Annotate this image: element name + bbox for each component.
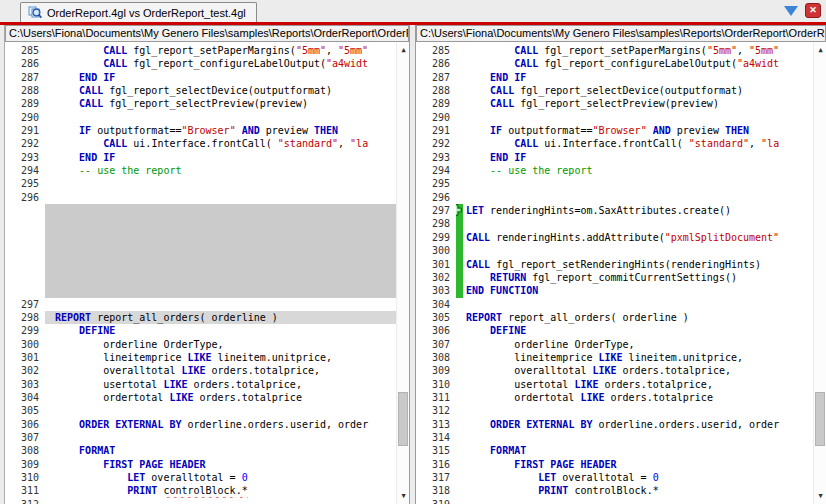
vertical-scrollbar-right[interactable]: ▲ ▼ [813,42,826,504]
code-line[interactable]: 300 [416,244,813,257]
code-text[interactable] [45,284,396,297]
code-line[interactable]: 301CALL fgl_report_setRenderingHints(ren… [416,258,813,271]
code-text[interactable] [456,177,813,190]
code-line[interactable]: 293 END IF [416,151,813,164]
code-line[interactable]: 304 [416,298,813,311]
code-line[interactable]: 289 CALL fgl_report_selectPreview(previe… [416,97,813,110]
code-line[interactable]: 303END FUNCTION [416,284,813,297]
code-text[interactable] [456,191,813,204]
code-text[interactable]: DEFINE [45,324,396,337]
code-text[interactable]: FORMAT [456,444,813,457]
code-line[interactable]: 296 [416,191,813,204]
code-line[interactable]: 307 [5,431,396,444]
code-text[interactable]: CALL fgl_report_selectPreview(preview) [45,97,396,110]
scroll-thumb[interactable] [398,392,408,446]
scroll-down-button[interactable]: ▼ [397,490,409,502]
code-line[interactable]: 301 lineitemprice LIKE lineitem.unitpric… [5,351,396,364]
code-text[interactable]: ordertotal LIKE orders.totalprice [456,391,813,404]
code-line[interactable]: 292 CALL ui.Interface.frontCall( "standa… [416,137,813,150]
code-text[interactable]: CALL fgl_report_selectDevice(outputforma… [45,84,396,97]
code-text[interactable]: END IF [456,151,813,164]
code-line[interactable]: 295 [5,177,396,190]
removed-placeholder-row[interactable] [5,204,396,217]
code-text[interactable]: CALL renderingHints.addAttribute("pxmlSp… [456,231,813,244]
code-text[interactable]: CALL fgl_report_configureLabelOutput("a4… [456,57,813,70]
code-text[interactable]: END IF [45,151,396,164]
code-text[interactable]: END FUNCTION [456,284,813,297]
code-text[interactable]: END IF [456,71,813,84]
code-line[interactable]: 306 ORDER EXTERNAL BY orderline.orders.u… [5,418,396,431]
code-line[interactable]: 309 FIRST PAGE HEADER [5,458,396,471]
code-line[interactable]: 314 [416,431,813,444]
code-line[interactable]: 295 [416,177,813,190]
code-text[interactable]: orderline OrderType, [45,338,396,351]
code-text[interactable]: CALL ui.Interface.frontCall( "standard",… [456,137,813,150]
code-text[interactable] [45,498,396,504]
code-text[interactable] [456,431,813,444]
code-line[interactable]: 285 CALL fgl_report_setPaperMargins("5mm… [416,44,813,57]
code-text[interactable] [45,111,396,124]
code-line[interactable]: 304 ordertotal LIKE orders.totalprice [5,391,396,404]
code-pane-left[interactable]: 285 CALL fgl_report_setPaperMargins("5mm… [5,42,409,504]
code-text[interactable] [45,258,396,271]
code-line[interactable]: 311 ordertotal LIKE orders.totalprice [416,391,813,404]
code-line[interactable]: 318 PRINT controlBlock.* [416,484,813,497]
code-text[interactable]: ORDER EXTERNAL BY orderline.orders.useri… [456,418,813,431]
code-text[interactable]: CALL fgl_report_setPaperMargins("5mm", "… [45,44,396,57]
code-text[interactable]: LET overalltotal = 0 [456,471,813,484]
code-text[interactable]: CALL fgl_report_setPaperMargins("5mm", "… [456,44,813,57]
code-text[interactable]: LET overalltotal = 0 [45,471,396,484]
code-text[interactable]: IF outputformat=="Browser" AND preview T… [456,124,813,137]
code-text[interactable]: IF outputformat=="Browser" AND preview T… [45,124,396,137]
pane-divider[interactable] [409,25,416,504]
code-line[interactable]: 285 CALL fgl_report_setPaperMargins("5mm… [5,44,396,57]
code-text[interactable]: REPORT report_all_orders( orderline ) [45,311,396,324]
code-line[interactable]: 292 CALL ui.Interface.frontCall( "standa… [5,137,396,150]
code-text[interactable]: END IF [45,71,396,84]
code-line[interactable]: 287 END IF [416,71,813,84]
code-text[interactable]: PRINT controlBlock.* [456,484,813,497]
code-line[interactable]: 300 orderline OrderType, [5,338,396,351]
code-text[interactable]: CALL fgl_report_selectPreview(preview) [456,97,813,110]
code-text[interactable] [45,177,396,190]
code-text[interactable]: usertotal LIKE orders.totalprice, [45,378,396,391]
code-line[interactable]: 308 lineitemprice LIKE lineitem.unitpric… [416,351,813,364]
code-line[interactable]: 288 CALL fgl_report_selectDevice(outputf… [5,84,396,97]
code-line[interactable]: 297LET renderingHints=om.SaxAttributes.c… [416,204,813,217]
code-line[interactable]: 298 [416,217,813,230]
code-text[interactable]: CALL fgl_report_selectDevice(outputforma… [456,84,813,97]
code-text[interactable] [456,298,813,311]
scroll-down-button[interactable]: ▼ [814,490,826,502]
code-line[interactable]: 312 [416,404,813,417]
code-line[interactable]: 310 LET overalltotal = 0 [5,471,396,484]
diff-tab[interactable]: OrderReport.4gl vs OrderReport_test.4gl [20,2,257,22]
code-text[interactable]: DEFINE [456,324,813,337]
code-text[interactable]: FORMAT [45,444,396,457]
code-text[interactable] [45,204,396,217]
code-text[interactable] [45,244,396,257]
code-line[interactable]: 299 DEFINE [5,324,396,337]
removed-placeholder-row[interactable] [5,231,396,244]
code-line[interactable]: 289 CALL fgl_report_selectPreview(previe… [5,97,396,110]
code-text[interactable] [45,191,396,204]
code-line[interactable]: 294 -- use the report [5,164,396,177]
code-text[interactable]: orderline OrderType, [456,338,813,351]
code-text[interactable] [456,404,813,417]
code-text[interactable] [45,431,396,444]
removed-placeholder-row[interactable] [5,258,396,271]
code-pane-right[interactable]: 285 CALL fgl_report_setPaperMargins("5mm… [416,42,826,504]
code-line[interactable]: 310 usertotal LIKE orders.totalprice, [416,378,813,391]
code-line[interactable]: 296 [5,191,396,204]
code-text[interactable]: ORDER EXTERNAL BY orderline.orders.useri… [45,418,396,431]
code-line[interactable]: 311 PRINT controlBlock.* [5,484,396,497]
code-text[interactable]: overalltotal LIKE orders.totalprice, [456,364,813,377]
code-text[interactable]: -- use the report [456,164,813,177]
code-line[interactable]: 306 DEFINE [416,324,813,337]
code-line[interactable]: 288 CALL fgl_report_selectDevice(outputf… [416,84,813,97]
code-line[interactable]: 303 usertotal LIKE orders.totalprice, [5,378,396,391]
removed-placeholder-row[interactable] [5,217,396,230]
removed-placeholder-row[interactable] [5,271,396,284]
code-text[interactable]: lineitemprice LIKE lineitem.unitprice, [456,351,813,364]
code-line[interactable]: 302 RETURN fgl_report_commitCurrentSetti… [416,271,813,284]
code-line[interactable]: 315 FORMAT [416,444,813,457]
